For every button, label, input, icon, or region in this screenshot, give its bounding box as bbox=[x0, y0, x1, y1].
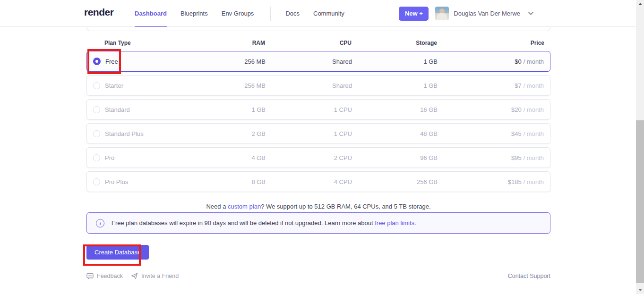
feedback-icon bbox=[86, 273, 94, 279]
col-ram: RAM bbox=[175, 40, 265, 46]
custom-plan-prefix: Need a bbox=[206, 203, 228, 210]
plan-storage: 1 GB bbox=[352, 82, 438, 89]
plan-row[interactable]: Pro 4 GB 2 CPU 96 GB $95/ month bbox=[86, 147, 550, 168]
plan-cpu: Shared bbox=[266, 58, 352, 65]
plan-storage: 16 GB bbox=[352, 106, 438, 113]
contact-support-link[interactable]: Contact Support bbox=[508, 273, 550, 279]
plan-name: Pro Plus bbox=[105, 178, 128, 185]
plan-name: Free bbox=[105, 58, 118, 65]
plan-cpu: 1 CPU bbox=[266, 130, 352, 137]
plan-cpu: Shared bbox=[266, 82, 352, 89]
avatar[interactable] bbox=[435, 7, 449, 20]
create-database-button[interactable]: Create Database bbox=[86, 245, 149, 260]
plan-name: Starter bbox=[105, 82, 123, 89]
plan-row[interactable]: Starter 256 MB Shared 1 GB $7/ month bbox=[86, 75, 550, 96]
plan-name: Standard bbox=[105, 106, 130, 113]
plan-storage: 1 GB bbox=[352, 58, 438, 65]
custom-plan-suffix: ? We support up to 512 GB RAM, 64 CPUs, … bbox=[261, 203, 430, 210]
plan-price-period: / month bbox=[524, 106, 544, 113]
plan-row[interactable]: Pro Plus 8 GB 4 CPU 256 GB $185/ month bbox=[86, 171, 550, 192]
invite-friend-label: Invite a Friend bbox=[141, 273, 179, 279]
plan-ram: 4 GB bbox=[176, 154, 266, 161]
nav-docs[interactable]: Docs bbox=[285, 0, 300, 27]
banner-text-suffix: . bbox=[414, 219, 416, 227]
col-storage: Storage bbox=[352, 40, 437, 46]
banner-text-main: Free plan databases will expire in 90 da… bbox=[112, 219, 375, 227]
plan-radio[interactable] bbox=[93, 154, 100, 161]
page-footer: Feedback Invite a Friend Contact Support bbox=[86, 273, 550, 279]
plan-price: $20/ month bbox=[438, 106, 550, 113]
plan-table-body: Free 256 MB Shared 1 GB $0/ month Starte… bbox=[86, 51, 550, 192]
plan-ram: 2 GB bbox=[176, 130, 266, 137]
plan-price-period: / month bbox=[524, 178, 544, 185]
plan-radio[interactable] bbox=[93, 58, 101, 65]
plan-storage: 48 GB bbox=[352, 130, 438, 137]
plan-price-period: / month bbox=[524, 130, 544, 137]
plan-storage: 96 GB bbox=[352, 154, 438, 161]
vertical-scrollbar[interactable] bbox=[636, 0, 644, 294]
plan-price: $45/ month bbox=[438, 130, 550, 137]
free-plan-limits-link[interactable]: free plan limits bbox=[375, 219, 414, 227]
nav-dashboard[interactable]: Dashboard bbox=[135, 0, 167, 27]
col-price: Price bbox=[437, 40, 550, 46]
banner-text: Free plan databases will expire in 90 da… bbox=[112, 219, 416, 227]
primary-nav: Dashboard Blueprints Env Groups Docs Com… bbox=[135, 0, 358, 27]
main-content: Plan Type RAM CPU Storage Price Free 256… bbox=[86, 27, 550, 279]
scrollbar-down-arrow[interactable] bbox=[636, 286, 644, 294]
invite-friend-link[interactable]: Invite a Friend bbox=[131, 273, 179, 279]
top-nav-bar: render Dashboard Blueprints Env Groups D… bbox=[0, 0, 636, 27]
plan-price-period: / month bbox=[524, 58, 544, 65]
plan-name: Pro bbox=[105, 154, 114, 161]
plan-radio[interactable] bbox=[93, 82, 100, 89]
app: render Dashboard Blueprints Env Groups D… bbox=[0, 0, 644, 294]
chevron-down-icon[interactable] bbox=[528, 12, 533, 15]
scrollbar-thumb[interactable] bbox=[636, 120, 644, 283]
render-logo[interactable]: render bbox=[84, 7, 113, 18]
plan-ram: 256 MB bbox=[176, 58, 266, 65]
user-name[interactable]: Douglas Van Der Merwe bbox=[454, 10, 520, 17]
plan-radio[interactable] bbox=[93, 178, 100, 185]
plan-price: $185/ month bbox=[438, 178, 550, 185]
plan-cpu: 1 CPU bbox=[266, 106, 352, 113]
plan-price: $7/ month bbox=[438, 82, 550, 89]
previous-card-bottom bbox=[86, 27, 550, 31]
nav-community[interactable]: Community bbox=[313, 0, 344, 27]
plan-table-header: Plan Type RAM CPU Storage Price bbox=[86, 38, 550, 48]
feedback-label: Feedback bbox=[97, 273, 123, 279]
plan-ram: 1 GB bbox=[176, 106, 266, 113]
new-button[interactable]: New + bbox=[399, 7, 429, 21]
plan-row[interactable]: Standard 1 GB 1 CPU 16 GB $20/ month bbox=[86, 99, 550, 120]
plan-storage: 256 GB bbox=[352, 178, 438, 185]
plan-price: $95/ month bbox=[438, 154, 550, 161]
free-plan-banner: i Free plan databases will expire in 90 … bbox=[86, 212, 550, 234]
nav-divider bbox=[270, 7, 271, 21]
plan-cpu: 2 CPU bbox=[266, 154, 352, 161]
paper-plane-icon bbox=[131, 273, 138, 279]
nav-env-groups[interactable]: Env Groups bbox=[222, 0, 254, 27]
plan-row[interactable]: Free 256 MB Shared 1 GB $0/ month bbox=[86, 51, 550, 72]
plan-radio[interactable] bbox=[93, 106, 100, 113]
plan-row[interactable]: Standard Plus 2 GB 1 CPU 48 GB $45/ mont… bbox=[86, 123, 550, 144]
feedback-link[interactable]: Feedback bbox=[86, 273, 123, 279]
plan-price-period: / month bbox=[524, 154, 544, 161]
custom-plan-note: Need a custom plan? We support up to 512… bbox=[86, 203, 550, 210]
plan-cpu: 4 CPU bbox=[266, 178, 352, 185]
scrollbar-up-arrow[interactable] bbox=[636, 0, 644, 8]
plan-price: $0/ month bbox=[438, 58, 550, 65]
plan-radio[interactable] bbox=[93, 130, 100, 137]
nav-blueprints[interactable]: Blueprints bbox=[180, 0, 208, 27]
custom-plan-link[interactable]: custom plan bbox=[228, 203, 261, 210]
col-cpu: CPU bbox=[265, 40, 352, 46]
plan-ram: 256 MB bbox=[176, 82, 266, 89]
plan-name: Standard Plus bbox=[105, 130, 144, 137]
col-plan-type: Plan Type bbox=[86, 40, 175, 46]
header-right: New + Douglas Van Der Merwe bbox=[399, 0, 533, 27]
plan-price-period: / month bbox=[524, 82, 544, 89]
plan-ram: 8 GB bbox=[176, 178, 266, 185]
info-icon: i bbox=[96, 219, 104, 227]
